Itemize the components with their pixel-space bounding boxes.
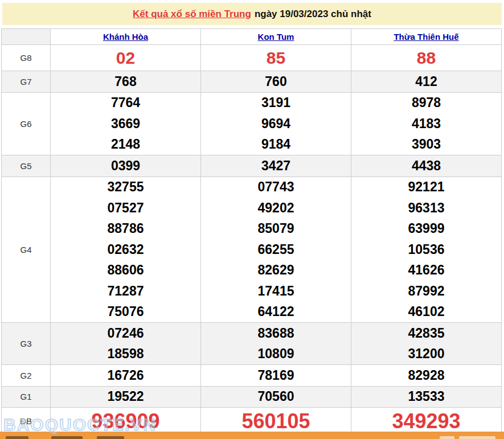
prize-values-cell: 16726 [51, 365, 201, 387]
prize-values-cell: 02 [51, 45, 201, 71]
prize-values-cell: 32755075278878602632886067128775076 [51, 177, 201, 323]
clipped-logo-fragment [459, 436, 495, 439]
prize-values-cell: 349293 [351, 408, 502, 435]
prize-number: 41626 [351, 260, 501, 281]
prize-number: 78169 [201, 365, 351, 386]
prize-values-cell: 07743492028507966255826291741564122 [201, 177, 351, 323]
prize-number: 349293 [351, 408, 501, 434]
prize-values-cell: 897841833903 [351, 92, 502, 155]
prize-number: 70560 [201, 387, 351, 408]
prize-number: 9694 [201, 113, 351, 134]
prize-values-cell: 82928 [351, 365, 502, 387]
results-tbody: G8028588G7768760412G67764366921483191969… [2, 45, 502, 435]
results-table: Khánh HòaKon TumThừa Thiên Huế G8028588G… [1, 28, 502, 435]
prize-number: 85079 [201, 219, 351, 240]
corner-cell [2, 29, 51, 45]
prize-number: 32755 [51, 177, 200, 198]
prize-values-cell: 88 [351, 45, 502, 71]
prize-number: 8978 [351, 93, 501, 114]
prize-row-ĐB: ĐB936909560105349293 [2, 408, 502, 435]
prize-label: ĐB [2, 408, 51, 435]
prize-number: 3669 [51, 113, 200, 134]
region-title-link[interactable]: Kết quả xổ số miền Trung [133, 9, 251, 20]
prize-number: 82629 [201, 260, 351, 281]
title-date-text: ngày 19/03/2023 chủ nhật [255, 9, 371, 20]
prize-values-cell: 78169 [201, 365, 351, 387]
prize-values-cell: 0724618598 [51, 323, 201, 365]
prize-row-G6: G6776436692148319196949184897841833903 [2, 92, 502, 155]
prize-number: 02 [51, 45, 200, 71]
clipped-text-fragment [51, 436, 83, 439]
prize-number: 936909 [51, 408, 200, 434]
prize-number: 71287 [51, 281, 200, 302]
prize-values-cell: 776436692148 [51, 92, 201, 155]
prize-row-G7: G7768760412 [2, 71, 502, 93]
prize-number: 92121 [351, 177, 501, 198]
prize-number: 7764 [51, 93, 200, 114]
prize-values-cell: 13533 [351, 386, 502, 408]
prize-row-G2: G2167267816982928 [2, 365, 502, 387]
prize-number: 10809 [201, 344, 351, 365]
lottery-results-page: Kết quả xổ số miền Trung ngày 19/03/2023… [0, 0, 504, 439]
clipped-logo-fragment [440, 436, 454, 439]
prize-number: 19522 [51, 387, 200, 408]
prize-number: 42835 [351, 323, 501, 344]
prize-number: 96313 [351, 198, 501, 219]
prize-values-cell: 4283531200 [351, 323, 502, 365]
prize-values-cell: 560105 [201, 408, 351, 435]
prize-number: 88 [351, 45, 501, 71]
prize-number: 66255 [201, 239, 351, 260]
prize-label: G5 [2, 155, 51, 177]
prize-label: G7 [2, 71, 51, 93]
prize-values-cell: 70560 [201, 386, 351, 408]
prize-values-cell: 760 [201, 71, 351, 93]
title-banner: Kết quả xổ số miền Trung ngày 19/03/2023… [2, 3, 502, 25]
prize-number: 87992 [351, 281, 501, 302]
prize-number: 88786 [51, 219, 200, 240]
prize-number: 9184 [201, 134, 351, 155]
prize-number: 49202 [201, 198, 351, 219]
clipped-text-fragment [6, 436, 28, 439]
column-header-3: Thừa Thiên Huế [351, 29, 502, 45]
province-link[interactable]: Kon Tum [258, 32, 294, 42]
prize-number: 4438 [351, 155, 501, 177]
prize-label: G3 [2, 323, 51, 365]
prize-number: 07246 [51, 323, 200, 344]
prize-values-cell: 19522 [51, 386, 201, 408]
province-link[interactable]: Thừa Thiên Huế [394, 32, 458, 42]
prize-row-G1: G1195227056013533 [2, 386, 502, 408]
prize-number: 2148 [51, 134, 200, 155]
prize-row-G8: G8028588 [2, 45, 502, 71]
prize-row-G5: G5039934274438 [2, 155, 502, 177]
prize-number: 83688 [201, 323, 351, 344]
prize-values-cell: 0399 [51, 155, 201, 177]
prize-label: G2 [2, 365, 51, 387]
prize-number: 4183 [351, 113, 501, 134]
prize-number: 88606 [51, 260, 200, 281]
prize-values-cell: 85 [201, 45, 351, 71]
prize-row-G3: G3072461859883688108094283531200 [2, 323, 502, 365]
prize-number: 10536 [351, 239, 501, 260]
prize-number: 75076 [51, 302, 200, 323]
prize-number: 16726 [51, 365, 200, 386]
prize-label: G6 [2, 92, 51, 155]
prize-number: 07527 [51, 198, 200, 219]
prize-values-cell: 412 [351, 71, 502, 93]
prize-number: 412 [351, 71, 501, 92]
bottom-bar [0, 432, 504, 439]
prize-number: 82928 [351, 365, 501, 386]
prize-number: 63999 [351, 219, 501, 240]
prize-label: G1 [2, 386, 51, 408]
prize-number: 768 [51, 71, 200, 92]
clipped-text-fragment [97, 436, 124, 439]
prize-label: G8 [2, 45, 51, 71]
prize-number: 13533 [351, 387, 501, 408]
prize-values-cell: 8368810809 [201, 323, 351, 365]
prize-number: 46102 [351, 302, 501, 323]
prize-values-cell: 92121963136399910536416268799246102 [351, 177, 502, 323]
prize-values-cell: 4438 [351, 155, 502, 177]
prize-number: 560105 [201, 408, 351, 434]
prize-number: 17415 [201, 281, 351, 302]
prize-values-cell: 3427 [201, 155, 351, 177]
province-link[interactable]: Khánh Hòa [103, 32, 148, 42]
